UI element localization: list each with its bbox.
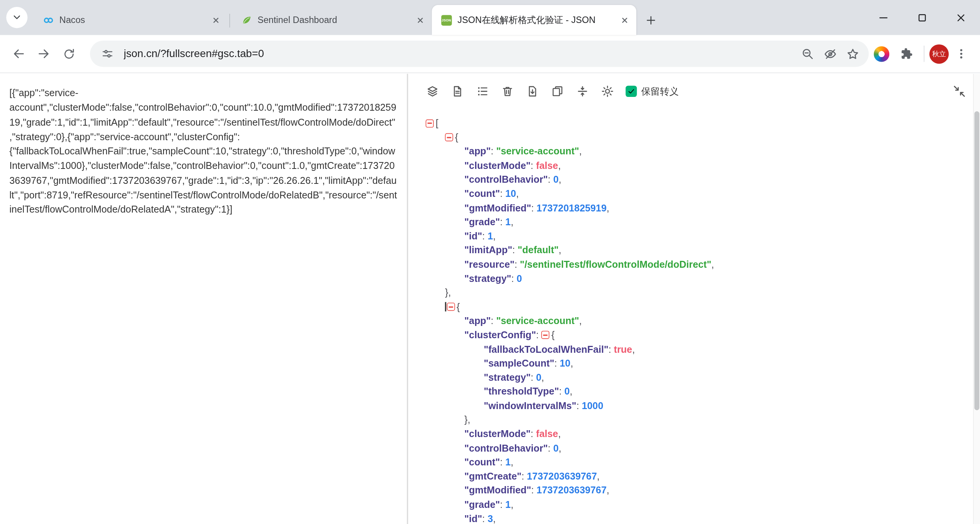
json-punctuation: :	[559, 386, 564, 397]
json-tree-line: "clusterMode": false,	[408, 427, 972, 441]
tab-nacos[interactable]: Nacos	[34, 5, 227, 35]
json-tree-line: "controlBehavior": 0,	[408, 441, 972, 455]
tabs: Nacos Sentinel Dashboard JSON JSON	[34, 5, 661, 35]
sentinel-leaf-favicon-icon	[241, 15, 252, 26]
json-string: "/sentinelTest/flowControlMode/doDirect"	[520, 259, 711, 270]
exit-fullscreen-button[interactable]	[952, 84, 966, 98]
browser-menu-button[interactable]	[949, 41, 973, 66]
back-button[interactable]	[6, 41, 31, 66]
json-tree-line: },	[408, 286, 972, 300]
json-number: 1	[505, 499, 511, 510]
json-tree-line: "resource": "/sentinelTest/flowControlMo…	[408, 258, 972, 272]
window-controls	[864, 0, 980, 35]
json-punctuation: ,	[558, 428, 561, 439]
json-number: 0	[553, 442, 559, 453]
tab-close-icon[interactable]	[210, 15, 221, 26]
json-key: "app"	[464, 315, 491, 326]
minimize-button[interactable]	[864, 0, 902, 35]
json-tree-line: "grade": 1,	[408, 215, 972, 229]
preserve-escape-checkbox[interactable]	[626, 86, 637, 97]
copy-icon[interactable]	[550, 84, 564, 98]
json-punctuation: :	[531, 160, 536, 171]
json-tree-line: "strategy": 0	[408, 272, 972, 286]
json-favicon-icon: JSON	[441, 15, 452, 26]
forward-button[interactable]	[31, 41, 56, 66]
json-punctuation: ,	[493, 231, 496, 241]
zoom-button[interactable]	[796, 43, 819, 65]
raw-json-input[interactable]: [{"app":"service-account","clusterMode":…	[0, 74, 407, 524]
eye-off-icon	[823, 47, 836, 60]
json-punctuation: :	[531, 428, 536, 439]
colorful-extension-button[interactable]	[869, 41, 893, 66]
trash-icon[interactable]	[501, 84, 514, 98]
tab-json-cn[interactable]: JSON JSON在线解析格式化验证 - JSON	[432, 5, 636, 35]
compress-icon[interactable]	[576, 84, 590, 98]
bookmark-star-icon	[846, 47, 859, 60]
json-punctuation: :	[521, 471, 527, 481]
tab-separator	[229, 14, 230, 28]
collapse-toggle-icon[interactable]	[447, 303, 455, 311]
bookmark-button[interactable]	[841, 43, 864, 65]
json-key: "fallbackToLocalWhenFail"	[484, 344, 609, 354]
json-tree-line: "gmtModified": 1737203639767,	[408, 484, 972, 498]
layers-icon[interactable]	[426, 84, 439, 98]
tab-title: Nacos	[59, 15, 210, 25]
extensions-button[interactable]	[894, 41, 919, 66]
colorful-extension-icon	[874, 46, 889, 62]
tab-search-button[interactable]	[6, 7, 28, 28]
json-punctuation: ,	[516, 188, 519, 199]
json-cn-page: [{"app":"service-account","clusterMode":…	[0, 74, 980, 524]
url-text[interactable]: json.cn/?fullscreen#gsc.tab=0	[124, 47, 796, 60]
tune-icon	[101, 47, 114, 60]
json-punctuation: :	[548, 442, 553, 453]
zoom-out-icon	[801, 47, 814, 60]
raw-json-text: [{"app":"service-account","clusterMode":…	[9, 88, 397, 215]
json-number: 0	[553, 174, 559, 185]
json-punctuation: ,	[559, 174, 561, 185]
tab-close-icon[interactable]	[619, 15, 630, 26]
json-string: "service-account"	[496, 315, 579, 326]
close-button[interactable]	[941, 0, 980, 35]
preserve-escape-option[interactable]: 保留转义	[626, 85, 679, 97]
collapse-toggle-icon[interactable]	[541, 331, 549, 339]
json-punctuation: :	[482, 513, 488, 524]
json-tree-line: "fallbackToLocalWhenFail": true,	[408, 342, 972, 357]
json-string: "default"	[518, 245, 559, 255]
collapse-toggle-icon[interactable]	[445, 133, 453, 141]
download-icon[interactable]	[526, 84, 539, 98]
site-info-button[interactable]	[99, 43, 116, 65]
tab-close-icon[interactable]	[414, 15, 425, 26]
json-punctuation: :	[514, 259, 520, 270]
json-tree-line: "app": "service-account",	[408, 144, 972, 159]
json-key: "strategy"	[484, 372, 531, 383]
sun-icon[interactable]	[601, 84, 614, 98]
json-punctuation: ,	[579, 146, 582, 157]
json-tree-view: [{"app": "service-account","clusterMode"…	[408, 116, 972, 524]
json-key: "clusterConfig"	[464, 329, 536, 340]
hidden-content-button[interactable]	[819, 43, 841, 65]
profile-avatar[interactable]: 秋立	[929, 44, 949, 64]
address-bar[interactable]: json.cn/?fullscreen#gsc.tab=0	[90, 41, 869, 67]
tab-sentinel-dashboard[interactable]: Sentinel Dashboard	[232, 5, 432, 35]
maximize-icon	[916, 11, 928, 23]
json-key: "controlBehavior"	[464, 174, 548, 185]
json-punctuation: [	[436, 118, 438, 128]
json-key: "grade"	[464, 499, 500, 510]
json-key: "windowIntervalMs"	[484, 400, 577, 411]
maximize-button[interactable]	[903, 0, 941, 35]
reload-button[interactable]	[56, 41, 81, 66]
new-tab-button[interactable]	[640, 9, 662, 31]
json-key: "resource"	[464, 259, 514, 270]
list-icon[interactable]	[475, 84, 489, 98]
json-punctuation: ,	[579, 315, 582, 326]
file-icon[interactable]	[451, 84, 464, 98]
json-tree-line: "app": "service-account",	[408, 314, 972, 328]
minimize-icon	[877, 11, 889, 23]
collapse-toggle-icon[interactable]	[426, 119, 434, 127]
tab-strip: Nacos Sentinel Dashboard JSON JSON	[0, 0, 980, 35]
json-tree-line: "id": 1,	[408, 229, 972, 244]
scrollbar[interactable]	[973, 74, 980, 524]
preserve-escape-label[interactable]: 保留转义	[641, 85, 679, 97]
scrollbar-thumb[interactable]	[974, 111, 979, 410]
json-punctuation: ,	[559, 245, 561, 255]
